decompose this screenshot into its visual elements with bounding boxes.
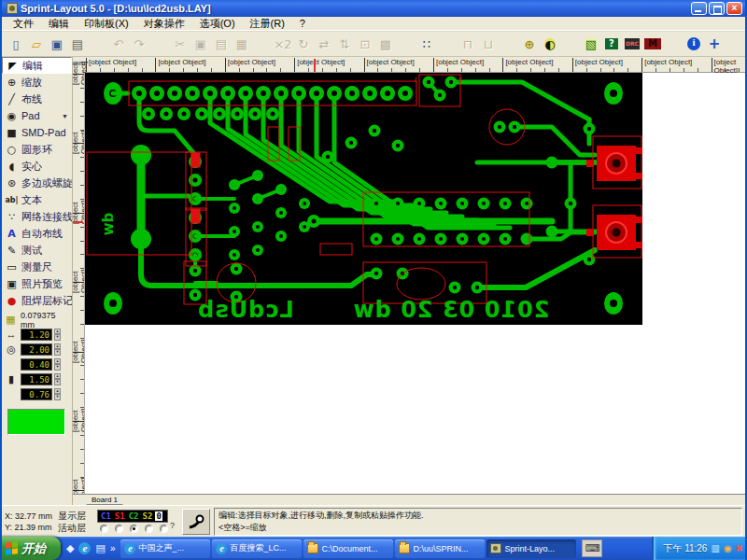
ie-icon[interactable]: e (78, 542, 91, 554)
delete-button[interactable]: ▦ (232, 34, 252, 54)
menu-item[interactable]: 文件 (6, 17, 41, 30)
info-button[interactable]: i (684, 34, 704, 54)
print-button[interactable]: ▤ (67, 34, 88, 54)
tool-solder-mask[interactable]: ● 阻焊层标记 (2, 292, 72, 309)
test-mode-button[interactable]: ? (601, 34, 622, 54)
photo-view-button[interactable] (182, 509, 210, 535)
ruler-tick: [object Object] (73, 74, 84, 91)
restore-button[interactable] (709, 2, 725, 15)
new-document-button[interactable]: ▯ (6, 34, 26, 54)
minimize-button[interactable] (691, 2, 707, 15)
tool-polygon[interactable]: ⊛ 多边或螺旋 (2, 175, 72, 191)
layer-radio[interactable] (145, 525, 153, 533)
value-display[interactable]: 0.76 (21, 388, 52, 400)
value-display[interactable]: 0.40 (21, 358, 52, 371)
app-icon[interactable]: ◆ (66, 542, 74, 554)
origin-button[interactable]: + (704, 34, 725, 54)
lock-button[interactable]: ⊓ (458, 34, 478, 54)
mirror-vertical-button[interactable]: ⇅ (334, 34, 355, 54)
layer-radio[interactable] (160, 525, 168, 533)
quicklaunch-more-chevron[interactable]: » (110, 543, 116, 553)
align-button[interactable]: ⊡ (355, 34, 375, 54)
taskbar-task-button[interactable]: C:\Document... (303, 539, 393, 558)
layer-color-swatch[interactable] (7, 409, 65, 435)
separator[interactable] (560, 34, 581, 54)
tool-solid[interactable]: ◖ 实心 (2, 158, 72, 175)
alert-icon[interactable]: ✖ (736, 543, 743, 553)
menu-item[interactable]: 编辑 (41, 17, 77, 30)
layer-toggle[interactable]: C2 (128, 511, 140, 521)
tool-ring[interactable]: ○ 圆形环 (2, 141, 72, 158)
footprint-button[interactable]: ∷ (416, 34, 437, 54)
tool-text[interactable]: ab| 文本 (2, 191, 72, 208)
spinner[interactable]: ▲▼ (54, 358, 61, 371)
tool-pad[interactable]: ◉ Pad ▼ (2, 107, 72, 124)
pcb-canvas[interactable]: LcdUsb 2010 03 20 dw dw 1 3 (84, 73, 747, 494)
layer-toggle[interactable]: 0 (155, 511, 162, 521)
spinner[interactable]: ▲▼ (54, 329, 61, 341)
layer-radio[interactable] (100, 525, 108, 533)
close-button[interactable]: × (726, 2, 742, 15)
redo-button[interactable]: ↷ (129, 34, 149, 54)
separator[interactable] (499, 34, 519, 54)
taskbar-task-button[interactable]: e 百度搜索_LC... (212, 539, 302, 558)
value-display[interactable]: 1.50 (21, 373, 52, 385)
menu-item[interactable]: 注册(R) (243, 17, 292, 30)
mirror-horizontal-button[interactable]: ⇄ (314, 34, 334, 54)
layer-toggle[interactable]: S1 (114, 511, 126, 521)
separator[interactable] (149, 34, 170, 54)
tool-autoroute[interactable]: A 自动布线 (2, 225, 72, 242)
taskbar-task-button[interactable]: e 中国之声_... (120, 539, 210, 558)
layer-radio[interactable] (115, 525, 123, 533)
layer-assistant-button[interactable]: ▧ (581, 34, 601, 54)
separator[interactable] (252, 34, 273, 54)
spinner[interactable]: ▲▼ (54, 373, 61, 385)
array-button[interactable]: ▩ (375, 34, 396, 54)
board-tab[interactable]: Board 1 (80, 495, 129, 505)
layer-toggle[interactable]: C1 (100, 511, 112, 521)
taskbar-task-button[interactable]: Sprint-Layo... (486, 539, 576, 558)
separator[interactable] (437, 34, 458, 54)
scale-x2-button[interactable]: ×2 (273, 34, 293, 54)
paste-button[interactable]: ▤ (211, 34, 232, 54)
tool-zoom[interactable]: ⊕ 缩放 (2, 74, 72, 91)
save-button[interactable]: ▣ (47, 34, 67, 54)
start-button[interactable]: 开始 (0, 537, 61, 560)
ie-icon: e (216, 543, 227, 554)
tool-measure[interactable]: ▭ 测量尺 (2, 259, 72, 275)
tool-route[interactable]: ╱ 布线 (2, 91, 72, 107)
cut-button[interactable]: ✂ (170, 34, 190, 54)
separator[interactable] (663, 34, 684, 54)
contrast-button[interactable]: ◐ (540, 34, 560, 54)
volume-icon[interactable]: ◉ (724, 543, 732, 553)
tool-smd-pad[interactable]: ■ SMD-Pad (2, 124, 72, 141)
language-bar-button[interactable]: ⌨ (582, 539, 602, 557)
layer-radio[interactable] (130, 525, 138, 533)
unlock-button[interactable]: ⊔ (478, 34, 499, 54)
spinner[interactable]: ▲▼ (54, 388, 61, 400)
taskbar-task-button[interactable]: D:\uu\SPRIN... (395, 539, 485, 558)
layer-toggle[interactable]: S2 (142, 511, 154, 521)
spinner[interactable]: ▲▼ (54, 343, 61, 356)
tool-test[interactable]: ✎ 测试 (2, 242, 72, 259)
metalization-button[interactable]: M (642, 34, 663, 54)
tool-edit[interactable]: ◤ 编辑 (2, 57, 72, 74)
menu-item[interactable]: 对象操作 (136, 17, 192, 30)
open-folder-button[interactable]: ▱ (26, 34, 47, 54)
tool-photo[interactable]: ▣ 照片预览 (2, 275, 72, 292)
value-display[interactable]: 2.00 (21, 343, 52, 356)
rotate-button[interactable]: ↻ (293, 34, 314, 54)
menu-item[interactable]: 印制板(X) (77, 17, 136, 30)
menu-item[interactable]: ? (292, 17, 313, 30)
copy-button[interactable]: ▣ (190, 34, 211, 54)
outlook-icon[interactable]: ▤ (95, 542, 105, 554)
undo-button[interactable]: ↶ (108, 34, 129, 54)
value-display[interactable]: 1.20 (21, 329, 52, 341)
menu-item[interactable]: 选项(O) (192, 17, 243, 30)
separator[interactable] (396, 34, 416, 54)
tool-net[interactable]: ∵ 网络连接线 (2, 208, 72, 225)
drc-button[interactable]: DRC (622, 34, 642, 54)
zoom-button[interactable]: ⊕ (519, 34, 540, 54)
network-icon[interactable]: ▥ (711, 543, 719, 553)
separator[interactable] (88, 34, 108, 54)
